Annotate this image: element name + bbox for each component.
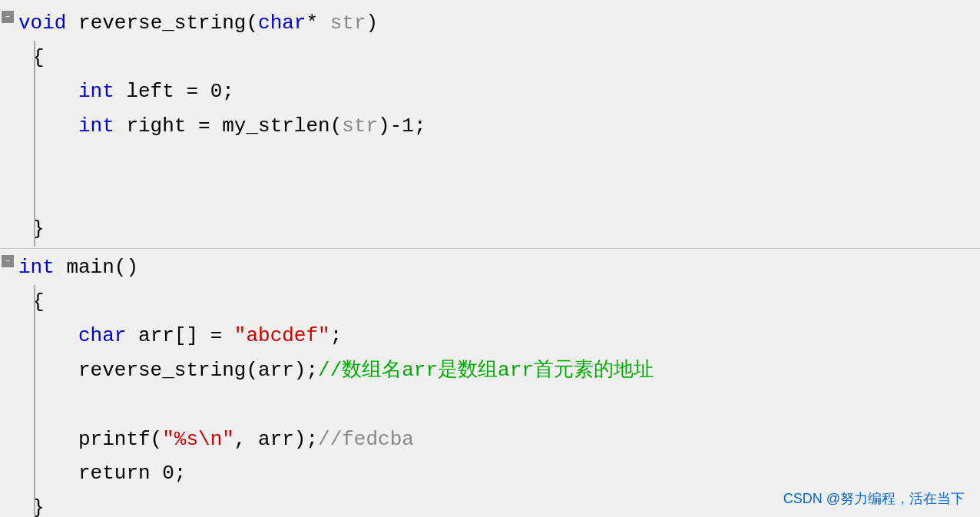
vertical-bar-2: [34, 285, 35, 517]
fold-icon-2[interactable]: −: [2, 255, 14, 267]
line-return: return 0;: [26, 456, 980, 491]
function2-signature: int main(): [18, 250, 980, 285]
watermark: CSDN @努力编程，活在当下: [783, 489, 965, 508]
function1-signature: void reverse_string(char* str): [18, 6, 980, 41]
line-printf: printf("%s\n", arr);//fedcba: [26, 423, 980, 457]
line-reverse-call: reverse_string(arr);//数组名arr是数组arr首元素的地址: [26, 353, 980, 388]
line-char-arr: char arr[] = "abcdef";: [26, 319, 980, 353]
blank-3: [26, 388, 980, 423]
line-int-left: int left = 0;: [26, 75, 980, 109]
line-int-right: int right = my_strlen(str)-1;: [26, 109, 980, 144]
close-brace-1: }: [26, 212, 980, 247]
divider: [0, 248, 980, 249]
code-editor: − void reverse_string(char* str) { int l…: [0, 0, 980, 517]
open-brace-1: {: [26, 41, 980, 75]
fold-icon-1[interactable]: −: [2, 11, 14, 23]
blank-1: [26, 144, 980, 178]
open-brace-2: {: [26, 285, 980, 320]
blank-2: [26, 178, 980, 213]
vertical-bar-1: [34, 41, 35, 247]
